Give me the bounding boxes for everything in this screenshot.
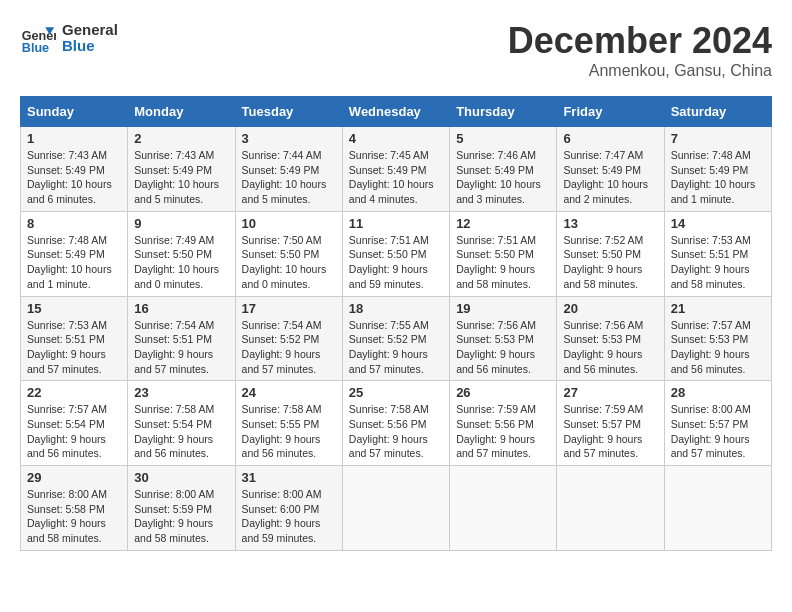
day-info: Sunrise: 7:55 AM Sunset: 5:52 PM Dayligh… bbox=[349, 318, 443, 377]
day-info: Sunrise: 8:00 AM Sunset: 6:00 PM Dayligh… bbox=[242, 487, 336, 546]
logo-text: GeneralBlue bbox=[62, 22, 118, 55]
day-number: 12 bbox=[456, 216, 550, 231]
calendar-cell: 13 Sunrise: 7:52 AM Sunset: 5:50 PM Dayl… bbox=[557, 211, 664, 296]
title-section: December 2024 Anmenkou, Gansu, China bbox=[508, 20, 772, 80]
day-info: Sunrise: 7:53 AM Sunset: 5:51 PM Dayligh… bbox=[27, 318, 121, 377]
calendar-cell: 2 Sunrise: 7:43 AM Sunset: 5:49 PM Dayli… bbox=[128, 127, 235, 212]
day-info: Sunrise: 7:48 AM Sunset: 5:49 PM Dayligh… bbox=[671, 148, 765, 207]
day-number: 28 bbox=[671, 385, 765, 400]
calendar-cell: 9 Sunrise: 7:49 AM Sunset: 5:50 PM Dayli… bbox=[128, 211, 235, 296]
day-number: 7 bbox=[671, 131, 765, 146]
location-title: Anmenkou, Gansu, China bbox=[508, 62, 772, 80]
calendar-cell: 27 Sunrise: 7:59 AM Sunset: 5:57 PM Dayl… bbox=[557, 381, 664, 466]
day-number: 23 bbox=[134, 385, 228, 400]
day-info: Sunrise: 7:51 AM Sunset: 5:50 PM Dayligh… bbox=[349, 233, 443, 292]
day-number: 21 bbox=[671, 301, 765, 316]
day-number: 16 bbox=[134, 301, 228, 316]
weekday-header-thursday: Thursday bbox=[450, 97, 557, 127]
day-number: 2 bbox=[134, 131, 228, 146]
calendar-cell: 14 Sunrise: 7:53 AM Sunset: 5:51 PM Dayl… bbox=[664, 211, 771, 296]
calendar-cell: 24 Sunrise: 7:58 AM Sunset: 5:55 PM Dayl… bbox=[235, 381, 342, 466]
day-info: Sunrise: 7:43 AM Sunset: 5:49 PM Dayligh… bbox=[27, 148, 121, 207]
day-info: Sunrise: 7:47 AM Sunset: 5:49 PM Dayligh… bbox=[563, 148, 657, 207]
day-info: Sunrise: 7:57 AM Sunset: 5:53 PM Dayligh… bbox=[671, 318, 765, 377]
day-info: Sunrise: 7:48 AM Sunset: 5:49 PM Dayligh… bbox=[27, 233, 121, 292]
calendar-table: SundayMondayTuesdayWednesdayThursdayFrid… bbox=[20, 96, 772, 551]
day-info: Sunrise: 7:46 AM Sunset: 5:49 PM Dayligh… bbox=[456, 148, 550, 207]
day-number: 31 bbox=[242, 470, 336, 485]
calendar-cell bbox=[450, 466, 557, 551]
day-number: 8 bbox=[27, 216, 121, 231]
calendar-cell: 22 Sunrise: 7:57 AM Sunset: 5:54 PM Dayl… bbox=[21, 381, 128, 466]
day-info: Sunrise: 7:44 AM Sunset: 5:49 PM Dayligh… bbox=[242, 148, 336, 207]
day-info: Sunrise: 8:00 AM Sunset: 5:57 PM Dayligh… bbox=[671, 402, 765, 461]
calendar-cell: 3 Sunrise: 7:44 AM Sunset: 5:49 PM Dayli… bbox=[235, 127, 342, 212]
calendar-cell bbox=[557, 466, 664, 551]
calendar-week-2: 8 Sunrise: 7:48 AM Sunset: 5:49 PM Dayli… bbox=[21, 211, 772, 296]
calendar-cell: 10 Sunrise: 7:50 AM Sunset: 5:50 PM Dayl… bbox=[235, 211, 342, 296]
calendar-cell: 15 Sunrise: 7:53 AM Sunset: 5:51 PM Dayl… bbox=[21, 296, 128, 381]
day-number: 1 bbox=[27, 131, 121, 146]
weekday-header-saturday: Saturday bbox=[664, 97, 771, 127]
logo-icon: General Blue bbox=[20, 20, 56, 56]
calendar-cell: 30 Sunrise: 8:00 AM Sunset: 5:59 PM Dayl… bbox=[128, 466, 235, 551]
day-info: Sunrise: 7:54 AM Sunset: 5:51 PM Dayligh… bbox=[134, 318, 228, 377]
calendar-week-4: 22 Sunrise: 7:57 AM Sunset: 5:54 PM Dayl… bbox=[21, 381, 772, 466]
day-info: Sunrise: 7:53 AM Sunset: 5:51 PM Dayligh… bbox=[671, 233, 765, 292]
calendar-cell: 7 Sunrise: 7:48 AM Sunset: 5:49 PM Dayli… bbox=[664, 127, 771, 212]
calendar-cell: 6 Sunrise: 7:47 AM Sunset: 5:49 PM Dayli… bbox=[557, 127, 664, 212]
day-number: 30 bbox=[134, 470, 228, 485]
calendar-cell: 28 Sunrise: 8:00 AM Sunset: 5:57 PM Dayl… bbox=[664, 381, 771, 466]
calendar-cell: 1 Sunrise: 7:43 AM Sunset: 5:49 PM Dayli… bbox=[21, 127, 128, 212]
calendar-cell: 5 Sunrise: 7:46 AM Sunset: 5:49 PM Dayli… bbox=[450, 127, 557, 212]
calendar-cell: 25 Sunrise: 7:58 AM Sunset: 5:56 PM Dayl… bbox=[342, 381, 449, 466]
calendar-body: 1 Sunrise: 7:43 AM Sunset: 5:49 PM Dayli… bbox=[21, 127, 772, 551]
calendar-cell: 26 Sunrise: 7:59 AM Sunset: 5:56 PM Dayl… bbox=[450, 381, 557, 466]
day-number: 6 bbox=[563, 131, 657, 146]
day-info: Sunrise: 7:56 AM Sunset: 5:53 PM Dayligh… bbox=[563, 318, 657, 377]
day-info: Sunrise: 7:49 AM Sunset: 5:50 PM Dayligh… bbox=[134, 233, 228, 292]
day-info: Sunrise: 8:00 AM Sunset: 5:59 PM Dayligh… bbox=[134, 487, 228, 546]
day-number: 22 bbox=[27, 385, 121, 400]
month-title: December 2024 bbox=[508, 20, 772, 62]
day-info: Sunrise: 7:58 AM Sunset: 5:54 PM Dayligh… bbox=[134, 402, 228, 461]
svg-text:Blue: Blue bbox=[22, 41, 49, 55]
day-info: Sunrise: 7:58 AM Sunset: 5:56 PM Dayligh… bbox=[349, 402, 443, 461]
day-info: Sunrise: 7:58 AM Sunset: 5:55 PM Dayligh… bbox=[242, 402, 336, 461]
day-number: 18 bbox=[349, 301, 443, 316]
weekday-header-friday: Friday bbox=[557, 97, 664, 127]
calendar-week-5: 29 Sunrise: 8:00 AM Sunset: 5:58 PM Dayl… bbox=[21, 466, 772, 551]
calendar-cell: 8 Sunrise: 7:48 AM Sunset: 5:49 PM Dayli… bbox=[21, 211, 128, 296]
calendar-cell: 17 Sunrise: 7:54 AM Sunset: 5:52 PM Dayl… bbox=[235, 296, 342, 381]
day-info: Sunrise: 7:43 AM Sunset: 5:49 PM Dayligh… bbox=[134, 148, 228, 207]
day-number: 27 bbox=[563, 385, 657, 400]
day-number: 19 bbox=[456, 301, 550, 316]
calendar-cell: 20 Sunrise: 7:56 AM Sunset: 5:53 PM Dayl… bbox=[557, 296, 664, 381]
day-number: 29 bbox=[27, 470, 121, 485]
calendar-cell: 16 Sunrise: 7:54 AM Sunset: 5:51 PM Dayl… bbox=[128, 296, 235, 381]
day-info: Sunrise: 7:56 AM Sunset: 5:53 PM Dayligh… bbox=[456, 318, 550, 377]
day-number: 4 bbox=[349, 131, 443, 146]
calendar-cell bbox=[664, 466, 771, 551]
day-number: 11 bbox=[349, 216, 443, 231]
day-number: 13 bbox=[563, 216, 657, 231]
day-info: Sunrise: 7:51 AM Sunset: 5:50 PM Dayligh… bbox=[456, 233, 550, 292]
calendar-cell: 23 Sunrise: 7:58 AM Sunset: 5:54 PM Dayl… bbox=[128, 381, 235, 466]
day-number: 24 bbox=[242, 385, 336, 400]
calendar-cell: 4 Sunrise: 7:45 AM Sunset: 5:49 PM Dayli… bbox=[342, 127, 449, 212]
calendar-week-1: 1 Sunrise: 7:43 AM Sunset: 5:49 PM Dayli… bbox=[21, 127, 772, 212]
calendar-cell: 11 Sunrise: 7:51 AM Sunset: 5:50 PM Dayl… bbox=[342, 211, 449, 296]
weekday-header-monday: Monday bbox=[128, 97, 235, 127]
weekday-header-row: SundayMondayTuesdayWednesdayThursdayFrid… bbox=[21, 97, 772, 127]
day-number: 14 bbox=[671, 216, 765, 231]
calendar-cell: 18 Sunrise: 7:55 AM Sunset: 5:52 PM Dayl… bbox=[342, 296, 449, 381]
day-info: Sunrise: 7:50 AM Sunset: 5:50 PM Dayligh… bbox=[242, 233, 336, 292]
calendar-cell: 29 Sunrise: 8:00 AM Sunset: 5:58 PM Dayl… bbox=[21, 466, 128, 551]
day-number: 3 bbox=[242, 131, 336, 146]
day-info: Sunrise: 7:54 AM Sunset: 5:52 PM Dayligh… bbox=[242, 318, 336, 377]
day-info: Sunrise: 7:45 AM Sunset: 5:49 PM Dayligh… bbox=[349, 148, 443, 207]
day-info: Sunrise: 7:57 AM Sunset: 5:54 PM Dayligh… bbox=[27, 402, 121, 461]
day-number: 9 bbox=[134, 216, 228, 231]
day-number: 10 bbox=[242, 216, 336, 231]
calendar-week-3: 15 Sunrise: 7:53 AM Sunset: 5:51 PM Dayl… bbox=[21, 296, 772, 381]
